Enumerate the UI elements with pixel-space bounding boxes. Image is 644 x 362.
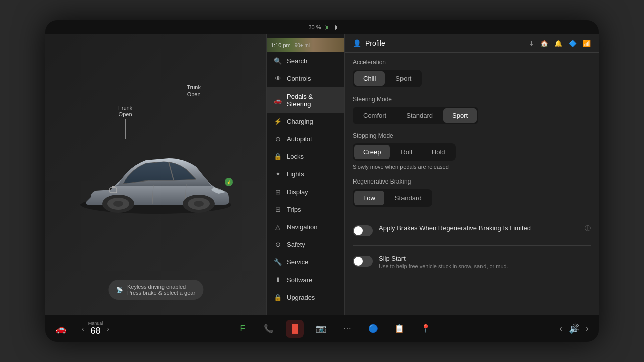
sidebar-label-lights: Lights	[287, 170, 304, 178]
navigation-icon: △	[274, 223, 282, 231]
profile-header: 👤 Profile ⬇ 🏠 🔔 🔷 📶	[345, 34, 599, 53]
sidebar-label-locks: Locks	[287, 153, 304, 160]
software-icon: ⬇	[274, 276, 282, 284]
locks-icon: 🔒	[274, 153, 282, 160]
app-icon-dashcam[interactable]: 📋	[390, 320, 409, 338]
signal-icon: 📶	[583, 40, 591, 47]
status-bar-center: 30 %	[308, 24, 335, 30]
divider-2	[353, 245, 591, 246]
map-time: 1:10 pm	[271, 42, 291, 48]
nav-icon: 📍	[421, 324, 431, 333]
regen-standard-btn[interactable]: Standard	[386, 191, 431, 205]
volume-prev-icon[interactable]: ‹	[559, 323, 562, 334]
sidebar-item-safety[interactable]: ⊙ Safety	[267, 236, 344, 253]
sidebar-item-controls[interactable]: 👁 Controls	[267, 70, 344, 87]
stopping-mode-label: Stopping Mode	[353, 132, 591, 139]
app-icon-more[interactable]: ⋯	[338, 320, 356, 338]
svg-point-9	[194, 201, 204, 207]
main-content: FrunkOpen TrunkOpen	[45, 34, 599, 315]
trips-icon: ⊟	[274, 206, 282, 213]
steering-mode-group: Steering Mode Comfort Standard Sport	[353, 96, 591, 124]
slip-start-text: Slip Start Use to help free vehicle stuc…	[379, 255, 591, 269]
acceleration-sport-btn[interactable]: Sport	[386, 71, 420, 86]
taskbar-right: ‹ 🔊 ›	[559, 323, 589, 334]
volume-icon[interactable]: 🔊	[569, 323, 580, 334]
divider-1	[353, 215, 591, 215]
safety-icon: ⊙	[274, 241, 282, 248]
sidebar-item-navigation[interactable]: △ Navigation	[267, 218, 344, 236]
volume-next-icon[interactable]: ›	[586, 323, 589, 334]
sidebar-label-charging: Charging	[287, 118, 313, 125]
battery-percent: 30 %	[308, 24, 321, 30]
svg-text:⚡: ⚡	[226, 180, 231, 185]
slip-start-row: Slip Start Use to help free vehicle stuc…	[353, 252, 591, 273]
sidebar-item-trips[interactable]: ⊟ Trips	[267, 201, 344, 218]
steering-comfort-btn[interactable]: Comfort	[354, 108, 395, 123]
app-icon-phone-book[interactable]: F	[233, 320, 252, 338]
phone-book-icon: F	[240, 324, 246, 333]
sidebar-label-navigation: Navigation	[287, 223, 317, 231]
acceleration-chill-btn[interactable]: Chill	[354, 71, 385, 86]
taskbar: 🚗 ‹ Manual 68 › F 📞 ▐▌ 📷	[45, 315, 599, 342]
download-icon[interactable]: ⬇	[529, 40, 534, 47]
lights-icon: ✦	[274, 170, 282, 178]
sidebar: 1:10 pm 90+ mi 🔍 Search 👁 Controls 🚗 Ped…	[267, 34, 345, 315]
map-info: 90+ mi	[295, 43, 310, 48]
gear-prev-arrow[interactable]: ‹	[82, 325, 84, 333]
slip-start-label: Slip Start	[379, 255, 591, 262]
sidebar-label-pedals: Pedals & Steering	[287, 93, 337, 108]
sidebar-item-search[interactable]: 🔍 Search	[267, 52, 344, 70]
apply-brakes-info-icon[interactable]: ⓘ	[585, 224, 591, 233]
gear-next-arrow[interactable]: ›	[107, 325, 109, 333]
sidebar-item-charging[interactable]: ⚡ Charging	[267, 113, 344, 130]
gear-mode-label: Manual	[88, 321, 103, 326]
stopping-hold-btn[interactable]: Hold	[423, 145, 454, 159]
sidebar-item-software[interactable]: ⬇ Software	[267, 271, 344, 289]
car-svg: ⚡	[70, 119, 242, 230]
sidebar-label-controls: Controls	[287, 75, 311, 82]
steering-mode-label: Steering Mode	[353, 96, 591, 103]
sidebar-item-service[interactable]: 🔧 Service	[267, 253, 344, 271]
settings-content: Acceleration Chill Sport Steering Mode C…	[345, 53, 599, 279]
slip-start-toggle[interactable]	[353, 256, 373, 267]
display-icon: ⊞	[274, 188, 282, 196]
main-screen: 30 % FrunkOpen TrunkOpen	[45, 20, 599, 342]
acceleration-group: Acceleration Chill Sport	[353, 59, 591, 87]
car-display: ⚡	[70, 119, 242, 230]
stopping-creep-btn[interactable]: Creep	[354, 145, 390, 159]
steering-sport-btn[interactable]: Sport	[443, 108, 477, 123]
sidebar-item-locks[interactable]: 🔒 Locks	[267, 148, 344, 165]
regen-low-btn[interactable]: Low	[354, 191, 384, 205]
taskbar-left: 🚗 ‹ Manual 68 ›	[55, 321, 109, 336]
home-icon[interactable]: 🏠	[540, 40, 548, 47]
car-status-icon[interactable]: 🚗	[55, 323, 66, 334]
search-icon: 🔍	[274, 57, 282, 65]
stopping-roll-btn[interactable]: Roll	[391, 145, 421, 159]
app-icon-bluetooth[interactable]: 🔵	[364, 320, 382, 338]
bluetooth-icon[interactable]: 🔷	[569, 40, 577, 47]
app-icon-music[interactable]: ▐▌	[286, 320, 304, 338]
acceleration-btn-group: Chill Sport	[353, 70, 422, 87]
profile-title-text: Profile	[365, 39, 385, 47]
sidebar-label-safety: Safety	[287, 241, 305, 248]
apply-brakes-toggle[interactable]	[353, 225, 373, 236]
frunk-text: FrunkOpen	[118, 105, 132, 117]
sidebar-label-search: Search	[287, 57, 307, 65]
bell-icon[interactable]: 🔔	[554, 40, 562, 47]
sidebar-label-software: Software	[287, 276, 312, 284]
stopping-mode-description: Slowly move when pedals are released	[353, 164, 591, 170]
app-icon-phone[interactable]: 📞	[260, 320, 278, 338]
sidebar-item-upgrades[interactable]: 🔒 Upgrades	[267, 289, 344, 306]
music-icon: ▐▌	[289, 324, 301, 333]
apply-brakes-row: Apply Brakes When Regenerative Braking I…	[353, 221, 591, 239]
app-icon-navigation[interactable]: 📍	[417, 320, 435, 338]
sidebar-item-pedals[interactable]: 🚗 Pedals & Steering	[267, 87, 344, 113]
sidebar-item-display[interactable]: ⊞ Display	[267, 183, 344, 201]
sidebar-label-upgrades: Upgrades	[287, 294, 315, 301]
steering-standard-btn[interactable]: Standard	[397, 108, 442, 123]
sidebar-item-lights[interactable]: ✦ Lights	[267, 165, 344, 183]
profile-icons: ⬇ 🏠 🔔 🔷 📶	[529, 40, 591, 47]
app-icon-camera[interactable]: 📷	[312, 320, 330, 338]
sidebar-item-autopilot[interactable]: ⊙ Autopilot	[267, 130, 344, 148]
slip-start-description: Use to help free vehicle stuck in snow, …	[379, 263, 591, 269]
